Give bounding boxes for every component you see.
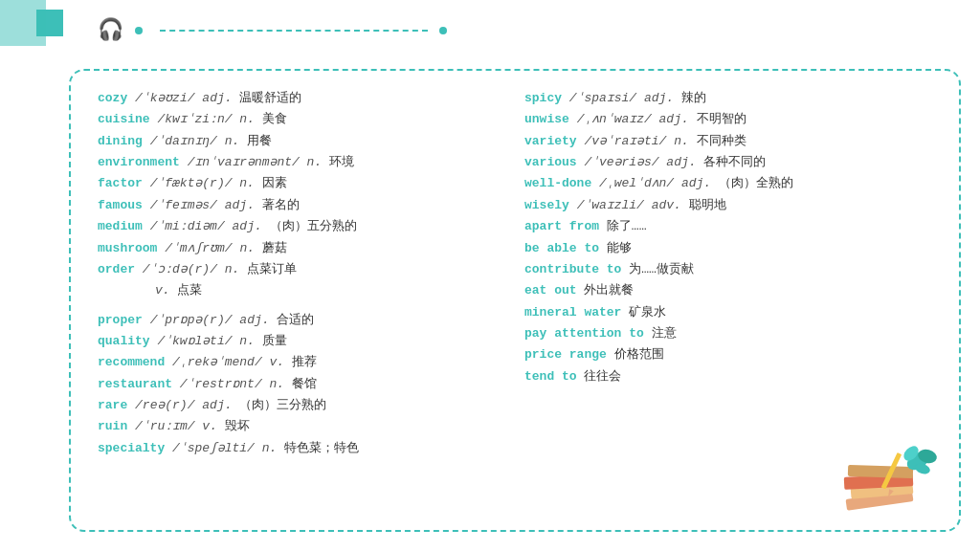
keyword: wisely xyxy=(524,198,569,212)
pos: v. xyxy=(202,419,217,433)
meaning: 点菜订单 xyxy=(247,262,297,276)
headphone-icon: 🎧 xyxy=(98,17,123,43)
keyword: well-done xyxy=(524,176,591,190)
meaning: （肉）全熟的 xyxy=(719,176,793,190)
meaning: 各种不同的 xyxy=(703,155,766,169)
pos: adj. xyxy=(202,91,232,105)
meaning: 用餐 xyxy=(247,134,272,148)
meaning: 能够 xyxy=(607,241,632,255)
meaning: 点菜 xyxy=(177,283,202,298)
list-item: ruin /ˈruːɪm/ v. 毁坏 xyxy=(98,416,505,437)
pos: v. xyxy=(270,355,285,369)
meaning: 辣的 xyxy=(681,91,706,105)
meaning: 合适的 xyxy=(277,313,314,327)
list-item: order /ˈɔːdə(r)/ n. 点菜订单 xyxy=(98,259,505,280)
keyword: medium xyxy=(98,219,143,233)
keyword: proper xyxy=(98,313,143,327)
meaning: 注意 xyxy=(652,326,677,341)
phonetic: /ˌwelˈdʌn/ xyxy=(599,176,674,190)
phonetic: /ˈfæktə(r)/ xyxy=(150,176,233,190)
meaning: 质量 xyxy=(262,334,287,348)
list-item: be able to 能够 xyxy=(524,238,932,259)
keyword: pay attention to xyxy=(524,326,644,341)
keyword: contribute to xyxy=(524,262,621,276)
pos: n. xyxy=(262,441,278,455)
books-illustration xyxy=(836,442,951,528)
list-item: apart from 除了…… xyxy=(524,216,932,237)
meaning: 因素 xyxy=(262,176,287,190)
pos: n. xyxy=(225,262,240,276)
pos: adj. xyxy=(659,112,689,126)
keyword: dining xyxy=(98,134,143,148)
meaning: 不明智的 xyxy=(697,112,746,126)
list-item: well-done /ˌwelˈdʌn/ adj. （肉）全熟的 xyxy=(524,173,932,194)
meaning: 推荐 xyxy=(292,355,317,369)
meaning: 聪明地 xyxy=(689,198,726,212)
list-item: tend to 往往会 xyxy=(524,366,932,387)
pos: n. xyxy=(239,334,255,348)
keyword: price range xyxy=(524,347,607,362)
meaning: 美食 xyxy=(262,112,287,126)
phonetic: /ˈspaɪsi/ xyxy=(569,91,636,105)
keyword: specialty xyxy=(98,441,165,455)
meaning: 著名的 xyxy=(262,198,300,212)
list-item: pay attention to 注意 xyxy=(524,323,932,344)
list-item: medium /ˈmiːdiəm/ adj. （肉）五分熟的 xyxy=(98,216,505,237)
keyword: eat out xyxy=(524,283,577,298)
meaning: 不同种类 xyxy=(697,134,746,148)
keyword: order xyxy=(98,262,135,276)
meaning: 外出就餐 xyxy=(584,283,634,298)
phonetic: /ˈkwɒləti/ xyxy=(157,334,232,348)
spacer xyxy=(98,302,505,310)
list-item: v. 点菜 xyxy=(98,280,505,301)
list-item: restaurant /ˈrestrɒnt/ n. 餐馆 xyxy=(98,374,505,395)
list-item: recommend /ˌrekəˈmend/ v. 推荐 xyxy=(98,352,505,373)
keyword: quality xyxy=(98,334,150,348)
keyword: cozy xyxy=(98,91,127,105)
dot-end xyxy=(439,27,447,34)
phonetic: /ˈprɒpə(r)/ xyxy=(150,313,233,327)
phonetic: /ˈmʌʃrʊm/ xyxy=(165,241,232,255)
meaning: 环境 xyxy=(329,155,354,169)
keyword: ruin xyxy=(98,419,127,433)
content-box: cozy /ˈkəʊzi/ adj. 温暖舒适的cuisine /kwɪˈziː… xyxy=(69,69,961,532)
meaning: 特色菜；特色 xyxy=(284,441,359,455)
list-item: wisely /ˈwaɪzli/ adv. 聪明地 xyxy=(524,195,932,216)
phonetic: /ɪnˈvaɪrənmənt/ xyxy=(188,155,300,169)
phonetic: /vəˈraɪəti/ xyxy=(584,134,666,148)
phonetic: /ˈfeɪməs/ xyxy=(150,198,217,212)
list-item: cozy /ˈkəʊzi/ adj. 温暖舒适的 xyxy=(98,88,505,109)
pos: adv. xyxy=(652,198,681,212)
pos: n. xyxy=(307,155,323,169)
meaning: （肉）三分熟的 xyxy=(239,398,326,412)
header: 🎧 xyxy=(86,17,447,43)
meaning: 毁坏 xyxy=(225,419,250,433)
meaning: 价格范围 xyxy=(614,347,664,362)
keyword: be able to xyxy=(524,241,599,255)
keyword: factor xyxy=(98,176,143,190)
meaning: 为……做贡献 xyxy=(629,262,694,276)
keyword: variety xyxy=(524,134,577,148)
meaning: 除了…… xyxy=(607,219,647,233)
phonetic: /reə(r)/ xyxy=(135,398,194,412)
keyword: environment xyxy=(98,155,180,169)
keyword: cuisine xyxy=(98,112,150,126)
pos: n. xyxy=(225,134,240,148)
list-item: quality /ˈkwɒləti/ n. 质量 xyxy=(98,331,505,352)
list-item: unwise /ˌʌnˈwaɪz/ adj. 不明智的 xyxy=(524,109,932,130)
keyword: restaurant xyxy=(98,377,172,391)
top-accent xyxy=(0,0,63,46)
list-item: rare /reə(r)/ adj. （肉）三分熟的 xyxy=(98,395,505,416)
keyword: recommend xyxy=(98,355,165,369)
list-item: mushroom /ˈmʌʃrʊm/ n. 蘑菇 xyxy=(98,238,505,259)
phonetic: /ˈwaɪzli/ xyxy=(577,198,644,212)
phonetic: /ˈruːɪm/ xyxy=(135,419,195,433)
list-item: price range 价格范围 xyxy=(524,344,932,365)
meaning: 餐馆 xyxy=(292,377,317,391)
pos: adj. xyxy=(233,219,262,233)
left-column: cozy /ˈkəʊzi/ adj. 温暖舒适的cuisine /kwɪˈziː… xyxy=(98,88,515,513)
pos: n. xyxy=(239,112,255,126)
meaning: 矿泉水 xyxy=(629,305,666,320)
list-item: eat out 外出就餐 xyxy=(524,280,932,301)
pos: n. xyxy=(674,134,689,148)
